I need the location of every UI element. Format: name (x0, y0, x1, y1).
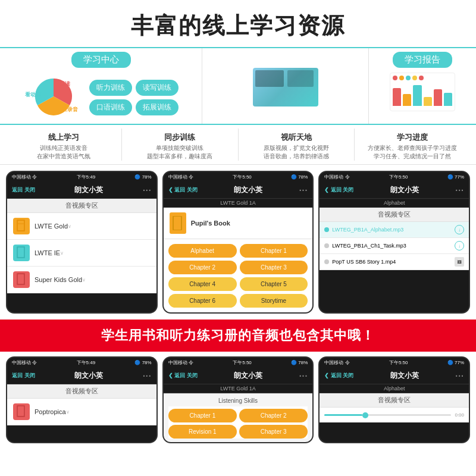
listening-training-btn[interactable]: 听力训练 (89, 80, 132, 96)
audio-item-2[interactable]: PopT US SB6 Story 1.mp4 🖼 (320, 254, 469, 270)
audio-image-icon-2[interactable]: 🖼 (455, 257, 464, 267)
feature-desc-3: 方便家长、老师查阅孩子学习进度学习任务、完成情况一目了然 (368, 144, 457, 161)
feature-desc-2: 原版视频，扩览文化视野语音歌曲，培养韵律语感 (264, 144, 329, 161)
bottom-phone-1-menu[interactable]: ··· (143, 371, 152, 381)
poptropica-chevron: ∨ (66, 409, 70, 415)
bottom-phone-1-section: 音视频专区 (7, 384, 156, 399)
bottom-phone-1-back[interactable]: 返回 关闭 (12, 372, 35, 380)
ls-chapter-btn-3[interactable]: Chapter 3 (239, 425, 308, 439)
lwte-ie-label: LWTE IE (35, 249, 60, 256)
svg-rect-7 (18, 248, 24, 257)
chevron-icon-0: ∨ (68, 224, 71, 229)
video-thumbnail (253, 68, 318, 107)
bottom-phone-3-header: ❮ 返回 关闭 朗文小英 ··· (320, 368, 469, 384)
expand-training-btn[interactable]: 拓展训练 (136, 99, 178, 115)
list-item-lwte-ie[interactable]: LWTE IE ∨ (7, 240, 156, 267)
list-item-super-kids[interactable]: Super Kids Gold ∨ (7, 267, 156, 293)
slider-thumb[interactable] (362, 412, 368, 418)
ls-chapter-btn-1[interactable]: Chapter 1 (168, 409, 237, 422)
phone-1: 中国移动 令 下午5:49 🔵 78% 返回 关闭 朗文小英 ··· 音视频专区… (6, 171, 158, 314)
phone-1-back[interactable]: 返回 关闭 (12, 186, 35, 194)
ls-revision-btn-1[interactable]: Revision 1 (168, 425, 237, 439)
chapter-btn-5[interactable]: Chapter 5 (240, 277, 308, 291)
bottom-phone-3-status: 中国移动 令 下午5:50 🔵 77% (320, 358, 469, 368)
speaking-training-btn[interactable]: 口语训练 (89, 99, 132, 115)
phone-2-back[interactable]: ❮ 返回 关闭 (168, 186, 198, 194)
chevron-icon-1: ∨ (60, 250, 64, 256)
pupil-book-icon (170, 212, 186, 234)
svg-text:跟读: 跟读 (60, 81, 70, 87)
phone-3-section: 音视频专区 (320, 208, 469, 222)
chapter-btn-2[interactable]: Chapter 2 (168, 261, 237, 274)
lwte-gold-icon (13, 218, 30, 234)
pupil-book-label: Pupil's Book (191, 220, 230, 227)
pupil-book-section[interactable]: Pupil's Book (164, 208, 313, 239)
audio-slider-track[interactable] (324, 414, 451, 416)
chapter-btn-4[interactable]: Chapter 4 (168, 277, 237, 291)
audio-download-0[interactable]: ↓ (455, 225, 464, 234)
bottom-phone-3-menu[interactable]: ··· (455, 371, 464, 381)
ls-chapters-grid: Chapter 1 Chapter 2 Revision 1 Chapter 3 (168, 406, 308, 439)
feature-desc-0: 训练纯正英语发音在家中营造英语气氛 (37, 144, 90, 161)
phone-2-menu[interactable]: ··· (299, 186, 308, 195)
audio-download-1[interactable]: ↓ (455, 241, 464, 250)
phone-3-back[interactable]: ❮ 返回 关闭 (324, 186, 353, 194)
chapter-btn-alphabet[interactable]: Alphabet (168, 244, 237, 258)
phone-1-header: 返回 关闭 朗文小英 ··· (7, 182, 156, 199)
lwte-gold-label: LWTE Gold (35, 223, 68, 230)
phone-1-menu[interactable]: ··· (143, 186, 152, 195)
list-item-lwte-gold[interactable]: LWTE Gold ∨ (7, 213, 156, 240)
audio-label-2: PopT US SB6 Story 1.mp4 (332, 259, 396, 265)
audio-dot-2 (324, 259, 329, 264)
chevron-icon-2: ∨ (82, 277, 86, 283)
phones-row-top: 中国移动 令 下午5:49 🔵 78% 返回 关闭 朗文小英 ··· 音视频专区… (0, 165, 476, 320)
svg-text:看动画: 看动画 (24, 92, 42, 98)
svg-rect-4 (18, 221, 24, 230)
page-title: 丰富的线上学习资源 (0, 0, 476, 47)
audio-dot-1 (324, 243, 329, 248)
phone-3-header: ❮ 返回 关闭 朗文小英 ··· (320, 182, 469, 199)
phone-2-header: ❮ 返回 关闭 朗文小英 ··· (164, 182, 313, 199)
phone-2-subtitle: LWTE Gold 1A (164, 199, 313, 208)
bottom-phone-2-status: 中国移动 令 下午5:50 🔵 78% (164, 358, 313, 368)
slider-fill (324, 414, 362, 416)
bottom-phone-1-status: 中国移动 令 下午5:49 🔵 78% (7, 358, 156, 368)
svg-text:听录音: 听录音 (62, 106, 79, 112)
svg-rect-9 (18, 274, 24, 284)
audio-label-0: LWTEG_PB1A_Alphabet.mp3 (332, 227, 403, 233)
phone-1-section: 音视频专区 (7, 199, 156, 213)
feature-audio-visual: 视听天地 原版视频，扩览文化视野语音歌曲，培养韵律语感 (238, 129, 354, 161)
svg-rect-11 (174, 217, 181, 230)
bottom-phone-1: 中国移动 令 下午5:49 🔵 78% 返回 关闭 朗文小英 ··· 音视频专区… (6, 356, 158, 443)
phone-3-menu[interactable]: ··· (455, 186, 464, 195)
study-report-header: 学习报告 (393, 52, 452, 68)
bottom-phone-2-menu[interactable]: ··· (299, 371, 308, 381)
study-report-chart (390, 73, 455, 111)
bottom-phone-2-back[interactable]: ❮ 返回 关闭 (168, 372, 198, 380)
chapter-btn-storytime[interactable]: Storytime (240, 294, 308, 308)
audio-item-1[interactable]: LWTEG_PB1A_Ch1_Task.mp3 ↓ (320, 238, 469, 254)
list-item-poptropica[interactable]: Poptropica ∨ (7, 399, 156, 425)
feature-desc-1: 单项技能突破训练题型丰富多样，趣味度高 (147, 144, 212, 161)
feature-progress: 学习进度 方便家长、老师查阅孩子学习进度学习任务、完成情况一目了然 (354, 129, 470, 161)
poptropica-label: Poptropica (35, 408, 66, 415)
super-kids-icon (13, 271, 30, 288)
phone-3: 中国移动 令 下午5:50 🔵 77% ❮ 返回 关闭 朗文小英 ··· Alp… (318, 171, 470, 314)
feature-title-2: 视听天地 (281, 132, 312, 143)
reading-training-btn[interactable]: 读写训练 (136, 80, 178, 96)
chapter-btn-6[interactable]: Chapter 6 (168, 294, 237, 308)
bottom-phone-3-subtitle: Alphabet (320, 384, 469, 393)
audio-item-0[interactable]: LWTEG_PB1A_Alphabet.mp3 ↓ (320, 222, 469, 238)
bottom-phone-2: 中国移动 令 下午5:50 🔵 78% ❮ 返回 关闭 朗文小英 ··· LWT… (162, 356, 314, 443)
pie-chart: 跟读 听录音 看动画 (24, 73, 83, 120)
lwte-ie-icon (13, 245, 30, 261)
bottom-phone-3-back[interactable]: ❮ 返回 关闭 (324, 372, 353, 380)
chapter-btn-3[interactable]: Chapter 3 (240, 261, 308, 274)
training-buttons: 听力训练 读写训练 口语训练 拓展训练 (89, 80, 178, 115)
chapter-btn-1[interactable]: Chapter 1 (240, 244, 308, 258)
phone-3-status: 中国移动 令 下午5:50 🔵 77% (320, 172, 469, 182)
phone-3-subtitle: Alphabet (320, 199, 469, 208)
ls-title: Listening Skills (168, 397, 308, 404)
ls-chapter-btn-2[interactable]: Chapter 2 (239, 409, 308, 422)
red-banner: 学生用书和听力练习册的音频也包含其中哦！ (0, 320, 476, 352)
